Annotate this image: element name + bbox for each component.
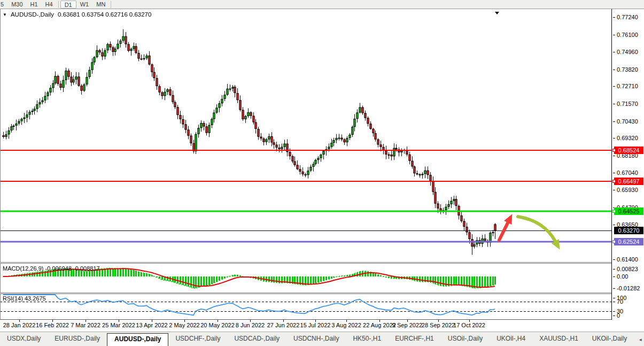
tab-audusd-daily[interactable]: AUDUSD-,Daily — [107, 333, 168, 346]
tab-usdcnh-daily[interactable]: USDCNH-,Daily — [286, 333, 346, 345]
tab-scroll-left-icon[interactable]: ◄ — [638, 337, 642, 342]
date-tick-mark — [438, 320, 439, 322]
tab-usdchf-daily[interactable]: USDCHF-,Daily — [168, 333, 227, 345]
price-tick-label: 0.73820 — [617, 66, 638, 73]
price-tick-label: 0.77240 — [617, 14, 638, 21]
price-tick-label: 0.71570 — [617, 101, 638, 107]
price-line-badge[interactable]: 0.64525 — [614, 207, 643, 215]
timeframe-button-m30[interactable]: M30 — [7, 1, 26, 9]
timeframe-button-w1[interactable]: W1 — [76, 1, 93, 9]
tab-usoil-daily[interactable]: USOil-,Daily — [441, 333, 490, 345]
price-tick-label: 0.70430 — [617, 118, 638, 125]
toolbar-separator — [58, 1, 59, 8]
tab-xauusd-h1[interactable]: XAUUSD-,H1 — [532, 333, 585, 345]
date-tick-label: 17 Oct 2022 — [453, 322, 485, 328]
date-tick-mark — [407, 320, 408, 322]
date-tick-mark — [283, 320, 284, 322]
date-tick-label: 16 Feb 2022 — [36, 322, 69, 328]
rsi-indicator-label: RSI(14) 43.2675 — [3, 295, 46, 302]
price-line-badge: 0.63270 — [614, 227, 643, 234]
tab-eurchf-h1[interactable]: EURCHF-,H1 — [388, 333, 441, 345]
date-tick-mark — [379, 320, 380, 322]
chart-left-border — [0, 9, 1, 320]
date-tick-mark — [469, 320, 470, 322]
rsi-tick-label: 0 — [617, 312, 620, 319]
date-tick-mark — [152, 320, 152, 322]
date-tick-label: 22 Aug 2022 — [363, 322, 396, 328]
date-tick-mark — [218, 320, 218, 322]
ohlc-close: 0.63270 — [129, 11, 152, 18]
date-tick-label: 25 Mar 2022 — [102, 322, 135, 328]
date-tick-label: 15 Jul 2022 — [300, 322, 331, 328]
date-tick-label: 27 Jun 2022 — [267, 322, 300, 328]
panel-separator-rsi[interactable] — [0, 293, 644, 294]
date-tick-label: 13 Apr 2022 — [136, 322, 167, 328]
date-tick-label: 7 Mar 2022 — [71, 322, 100, 328]
tab-usdcad-daily[interactable]: USDCAD-,Daily — [227, 333, 286, 345]
timeframe-button-mn[interactable]: MN — [92, 1, 109, 9]
price-tick-label: 0.69320 — [617, 135, 638, 142]
toolbar-separator — [111, 1, 111, 8]
date-tick-mark — [119, 320, 119, 322]
date-tick-label: 2 May 2022 — [169, 322, 199, 328]
panel-separator-macd[interactable] — [0, 262, 644, 264]
date-tick-mark — [184, 320, 185, 322]
date-tick-label: 28 Jan 2022 — [3, 322, 36, 328]
price-tick-label: 0.67040 — [617, 170, 638, 176]
timeframe-button-d1[interactable]: D1 — [60, 1, 76, 9]
chart-area: ▼ AUDUSD-,Daily 0.63681 0.63754 0.62716 … — [0, 9, 644, 320]
line-drag-handle[interactable] — [612, 240, 616, 243]
price-line-badge[interactable]: 0.68524 — [614, 147, 643, 154]
rsi-value: 43.2675 — [25, 295, 46, 302]
line-drag-handle[interactable] — [612, 180, 616, 183]
macd-indicator-label: MACD(12,26,9) -0.006948 -0.008817 — [3, 265, 100, 272]
ohlc-open: 0.63681 — [58, 11, 80, 18]
tab-hk50-h1[interactable]: HK50-,H1 — [346, 333, 388, 345]
timeframe-toolbar: 5M30H1H4D1W1MN — [0, 0, 644, 9]
date-tick-label: 8 Jun 2022 — [236, 322, 265, 328]
date-tick-mark — [52, 320, 53, 322]
ohlc-low: 0.62716 — [105, 11, 128, 18]
date-tick-mark — [346, 320, 347, 322]
date-tick-label: 20 May 2022 — [200, 322, 235, 328]
chart-bottom-border — [0, 319, 644, 320]
tab-eurusd-daily[interactable]: EURUSD-,Daily — [48, 333, 107, 345]
ohlc-high: 0.63754 — [82, 11, 104, 18]
line-drag-handle[interactable] — [612, 149, 616, 152]
macd-tick-label: 0.00 — [617, 273, 628, 280]
macd-tick-label: 0.00823 — [617, 266, 638, 273]
collapse-indicator-icon[interactable]: ▼ — [3, 12, 7, 17]
date-tick-mark — [86, 320, 86, 322]
date-tick-label: 9 Sep 2022 — [392, 322, 422, 328]
price-tick-label: 0.76100 — [617, 32, 638, 39]
symbol-tabbar: USDX,DailyEURUSD-,DailyAUDUSD-,DailyUSDC… — [0, 332, 644, 346]
price-line-badge[interactable]: 0.62524 — [614, 238, 643, 245]
line-drag-handle[interactable] — [612, 210, 616, 213]
price-tick-label: 0.72710 — [617, 83, 638, 90]
price-chart-canvas[interactable] — [0, 9, 611, 320]
price-tick-label: 0.74960 — [617, 49, 638, 56]
timeframe-button-5[interactable]: 5 — [0, 1, 7, 9]
date-tick-mark — [250, 320, 251, 322]
timeframe-button-h4[interactable]: H4 — [42, 1, 57, 9]
tab-ukoil-h4[interactable]: UKOil-,H4 — [490, 333, 532, 345]
macd-values: -0.006948 -0.008817 — [45, 265, 99, 272]
timeframe-button-h1[interactable]: H1 — [27, 1, 42, 9]
macd-tick-label: -0.01282 — [617, 285, 640, 292]
date-axis[interactable]: 28 Jan 202216 Feb 20227 Mar 202225 Mar 2… — [0, 320, 644, 332]
tab-scroll-nav: ◄► — [638, 337, 644, 342]
price-tick-label: 0.65930 — [617, 187, 638, 194]
chart-title: ▼ AUDUSD-,Daily 0.63681 0.63754 0.62716 … — [3, 11, 151, 18]
date-tick-mark — [315, 320, 316, 322]
price-axis[interactable]: 0.772400.761000.749600.738200.727100.715… — [611, 9, 644, 320]
chart-symbol-label: AUDUSD-,Daily — [11, 11, 54, 18]
tab-ukoil-daily[interactable]: UKOil-,Daily — [585, 333, 634, 345]
tab-usdx-daily[interactable]: USDX,Daily — [0, 333, 48, 345]
terminal-window: 5M30H1H4D1W1MN ▼ AUDUSD-,Daily 0.63681 0… — [0, 0, 644, 346]
price-line-badge[interactable]: 0.66497 — [614, 178, 643, 185]
date-tick-label: 28 Sep 2022 — [422, 322, 455, 328]
price-tick-label: 0.61400 — [617, 256, 638, 263]
date-tick-label: 3 Aug 2022 — [331, 322, 361, 328]
date-tick-mark — [19, 320, 20, 322]
rsi-tick-label: 70 — [617, 298, 623, 305]
